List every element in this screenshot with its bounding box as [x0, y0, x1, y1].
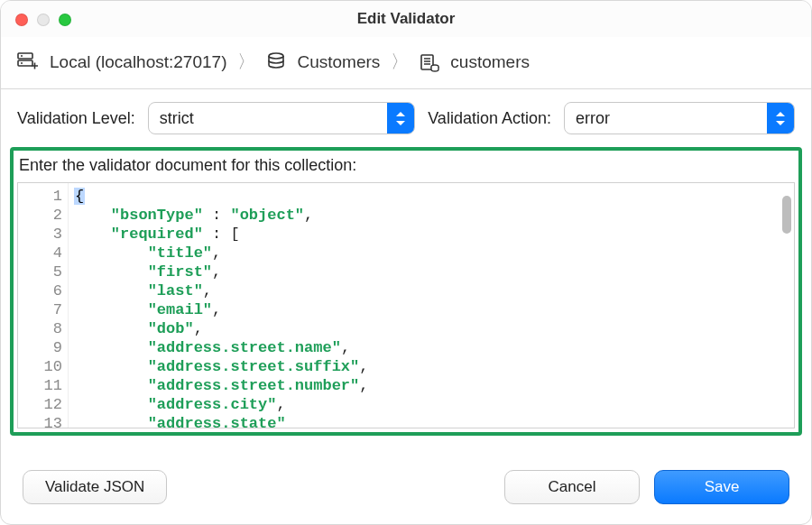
save-button[interactable]: Save — [654, 470, 789, 504]
line-number: 9 — [18, 338, 62, 357]
line-number: 2 — [18, 206, 62, 225]
svg-point-4 — [269, 53, 283, 59]
code-line[interactable]: "last", — [74, 281, 789, 300]
divider — [1, 88, 811, 89]
scrollbar-thumb[interactable] — [782, 196, 791, 234]
code-line[interactable]: "first", — [74, 262, 789, 281]
code-line[interactable]: "email", — [74, 300, 789, 319]
validation-level-value: strict — [160, 109, 194, 128]
code-line[interactable]: "bsonType" : "object", — [74, 206, 789, 225]
window-controls — [15, 14, 71, 26]
code-line[interactable]: "required" : [ — [74, 225, 789, 244]
code-content[interactable]: { "bsonType" : "object", "required" : [ … — [69, 183, 794, 428]
line-number: 12 — [18, 395, 62, 414]
dialog-footer: Validate JSON Cancel Save — [1, 454, 811, 524]
breadcrumb-collection[interactable]: customers — [450, 52, 530, 72]
code-editor[interactable]: 12345678910111213 { "bsonType" : "object… — [17, 182, 795, 428]
editor-caption: Enter the validator document for this co… — [17, 154, 795, 182]
line-number: 10 — [18, 357, 62, 376]
code-line[interactable]: "address.state" — [74, 414, 789, 428]
svg-rect-0 — [18, 53, 32, 59]
validator-editor-section: Enter the validator document for this co… — [10, 147, 802, 436]
breadcrumb-connection[interactable]: Local (localhost:27017) — [50, 52, 226, 72]
breadcrumb-separator-icon: 〉 — [237, 50, 255, 74]
validation-action-value: error — [576, 109, 610, 128]
collection-icon — [420, 52, 439, 72]
svg-point-2 — [21, 55, 23, 57]
window-zoom-button[interactable] — [59, 14, 71, 26]
breadcrumb-database[interactable]: Customers — [297, 52, 380, 72]
line-number: 1 — [18, 187, 62, 206]
code-line[interactable]: "dob", — [74, 319, 789, 338]
line-number: 13 — [18, 414, 62, 428]
validation-controls: Validation Level: strict Validation Acti… — [1, 102, 811, 147]
svg-rect-1 — [18, 60, 32, 66]
chevron-updown-icon — [767, 103, 794, 134]
line-number: 6 — [18, 281, 62, 300]
line-number: 3 — [18, 225, 62, 244]
line-number: 5 — [18, 262, 62, 281]
line-number: 8 — [18, 319, 62, 338]
window-close-button[interactable] — [15, 14, 28, 26]
line-number-gutter: 12345678910111213 — [18, 183, 69, 428]
validation-action-select[interactable]: error — [564, 102, 795, 134]
validation-level-select[interactable]: strict — [148, 102, 415, 134]
server-icon — [17, 52, 39, 72]
window-title: Edit Validator — [357, 10, 456, 28]
code-line[interactable]: "title", — [74, 244, 789, 262]
cancel-button[interactable]: Cancel — [504, 470, 640, 504]
title-bar: Edit Validator — [1, 1, 811, 37]
line-number: 11 — [18, 376, 62, 395]
code-line[interactable]: "address.street.number", — [74, 376, 789, 395]
line-number: 4 — [18, 244, 62, 262]
code-line[interactable]: { — [74, 187, 789, 206]
code-line[interactable]: "address.street.suffix", — [74, 357, 789, 376]
validate-json-button[interactable]: Validate JSON — [23, 470, 167, 504]
code-line[interactable]: "address.street.name", — [74, 338, 789, 357]
breadcrumb: Local (localhost:27017) 〉 Customers 〉 cu… — [1, 37, 811, 88]
validation-level-label: Validation Level: — [17, 109, 135, 128]
line-number: 7 — [18, 300, 62, 319]
svg-point-3 — [21, 62, 23, 64]
window-minimize-button[interactable] — [37, 14, 50, 26]
chevron-updown-icon — [387, 103, 414, 134]
code-line[interactable]: "address.city", — [74, 395, 789, 414]
breadcrumb-separator-icon: 〉 — [391, 50, 409, 74]
database-icon — [266, 52, 286, 72]
validation-action-label: Validation Action: — [428, 109, 551, 128]
